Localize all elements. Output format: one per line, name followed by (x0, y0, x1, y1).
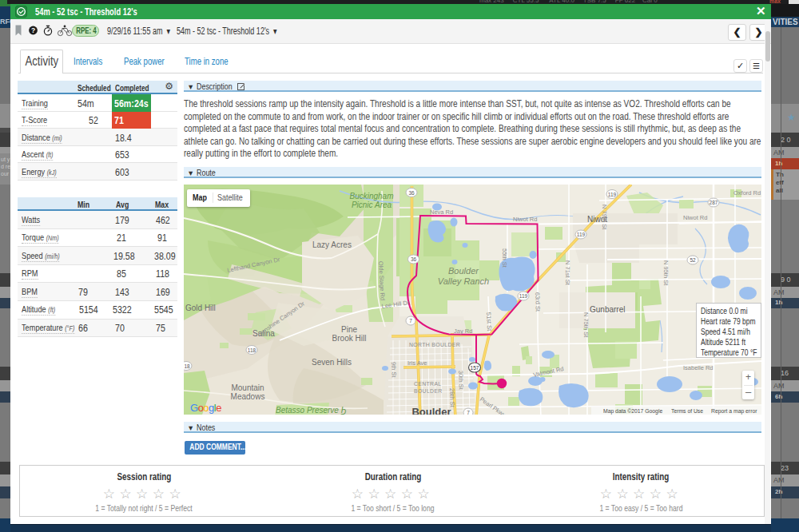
svg-text:Buckingham: Buckingham (349, 192, 393, 200)
svg-text:N 71st St: N 71st St (564, 260, 571, 286)
svg-text:Gold Hill: Gold Hill (185, 304, 216, 312)
svg-text:63rd St: 63rd St (534, 292, 542, 312)
svg-text:NORTH BOULDER: NORTH BOULDER (409, 342, 460, 347)
svg-text:119: 119 (577, 232, 586, 237)
svg-text:Lazy Acres: Lazy Acres (312, 240, 352, 249)
svg-text:157: 157 (471, 364, 479, 370)
svg-text:?: ? (31, 26, 35, 34)
svg-text:Picnic Area: Picnic Area (352, 200, 392, 209)
svg-text:N 79th St: N 79th St (601, 204, 608, 230)
svg-text:Mountain: Mountain (231, 383, 264, 392)
svg-text:119: 119 (608, 191, 617, 197)
svg-text:30th St: 30th St (457, 370, 465, 390)
svg-text:55th St: 55th St (501, 248, 508, 268)
svg-text:Brook Hill: Brook Hill (332, 334, 367, 343)
svg-text:Valley Ranch: Valley Ranch (438, 276, 489, 286)
svg-text:CENTRAL: CENTRAL (414, 381, 442, 387)
svg-text:Meadows: Meadows (231, 392, 265, 401)
svg-text:Jay Rd: Jay Rd (454, 328, 472, 335)
svg-text:28th St: 28th St (448, 387, 456, 407)
svg-text:Niwot Rd: Niwot Rd (513, 216, 537, 223)
svg-text:Seven Hills: Seven Hills (312, 358, 352, 367)
svg-text:Pine: Pine (341, 325, 357, 334)
svg-text:BOULDER: BOULDER (414, 388, 443, 394)
svg-text:118: 118 (248, 347, 256, 352)
svg-text:119: 119 (519, 293, 528, 299)
svg-text:36: 36 (411, 256, 417, 262)
svg-text:Neva Rd: Neva Rd (430, 208, 453, 216)
svg-text:9th St: 9th St (390, 361, 398, 378)
svg-text:Iris Ave: Iris Ave (407, 359, 427, 367)
svg-text:36: 36 (408, 189, 415, 195)
svg-text:7: 7 (467, 410, 470, 415)
svg-text:Boulder: Boulder (411, 406, 451, 415)
svg-text:N 75th St: N 75th St (582, 312, 590, 338)
svg-text:51st St: 51st St (485, 312, 493, 332)
svg-text:287: 287 (710, 200, 718, 205)
svg-text:Boulder: Boulder (448, 266, 479, 276)
svg-text:18: 18 (184, 363, 190, 368)
svg-text:7: 7 (409, 318, 412, 324)
svg-text:Isabelle Rd: Isabelle Rd (683, 364, 714, 371)
svg-text:Niwot Rd: Niwot Rd (683, 214, 707, 221)
svg-text:N 95th St: N 95th St (662, 260, 670, 286)
svg-text:52: 52 (690, 257, 696, 263)
svg-text:Oxford Rd: Oxford Rd (733, 189, 761, 197)
svg-text:Betasso Preserve Ϧ: Betasso Preserve Ϧ (276, 406, 347, 415)
svg-text:Gunbarrel: Gunbarrel (590, 305, 625, 314)
